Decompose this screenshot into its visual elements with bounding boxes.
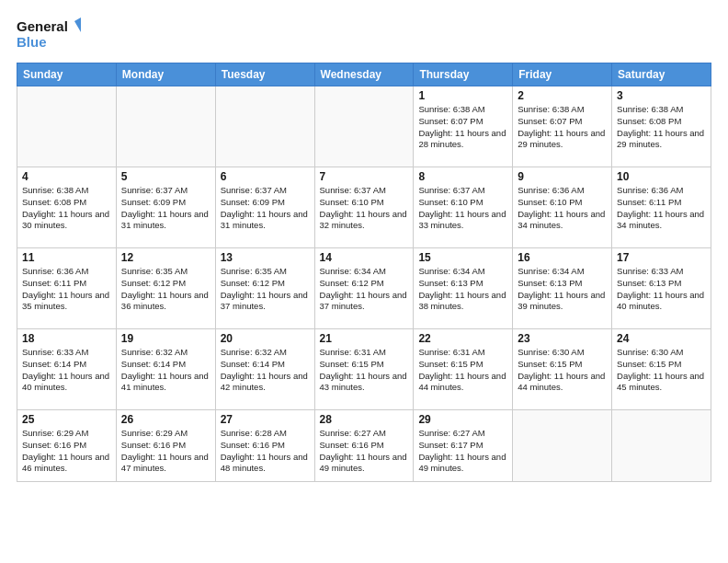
week-row-1: 1Sunrise: 6:38 AM Sunset: 6:07 PM Daylig…	[17, 86, 711, 167]
calendar-cell: 29Sunrise: 6:27 AM Sunset: 6:17 PM Dayli…	[414, 410, 513, 482]
day-number: 14	[320, 251, 409, 264]
calendar-cell: 2Sunrise: 6:38 AM Sunset: 6:07 PM Daylig…	[513, 86, 612, 167]
header: General Blue	[17, 17, 711, 55]
calendar-cell: 21Sunrise: 6:31 AM Sunset: 6:15 PM Dayli…	[314, 329, 414, 410]
day-info: Sunrise: 6:28 AM Sunset: 6:16 PM Dayligh…	[221, 428, 310, 475]
day-number: 13	[221, 251, 310, 264]
calendar-cell: 6Sunrise: 6:37 AM Sunset: 6:09 PM Daylig…	[215, 167, 314, 248]
day-number: 8	[418, 170, 507, 183]
weekday-header-friday: Friday	[513, 63, 612, 86]
day-number: 4	[22, 170, 111, 183]
day-info: Sunrise: 6:34 AM Sunset: 6:12 PM Dayligh…	[320, 266, 409, 313]
calendar-cell: 3Sunrise: 6:38 AM Sunset: 6:08 PM Daylig…	[612, 86, 711, 167]
day-info: Sunrise: 6:29 AM Sunset: 6:16 PM Dayligh…	[121, 428, 210, 475]
day-info: Sunrise: 6:35 AM Sunset: 6:12 PM Dayligh…	[121, 266, 210, 313]
day-number: 11	[22, 251, 111, 264]
day-info: Sunrise: 6:38 AM Sunset: 6:07 PM Dayligh…	[418, 104, 507, 151]
calendar-cell: 25Sunrise: 6:29 AM Sunset: 6:16 PM Dayli…	[17, 410, 117, 482]
day-number: 6	[221, 170, 310, 183]
calendar-cell: 9Sunrise: 6:36 AM Sunset: 6:10 PM Daylig…	[513, 167, 612, 248]
calendar-cell: 23Sunrise: 6:30 AM Sunset: 6:15 PM Dayli…	[513, 329, 612, 410]
day-info: Sunrise: 6:33 AM Sunset: 6:13 PM Dayligh…	[617, 266, 706, 313]
day-info: Sunrise: 6:32 AM Sunset: 6:14 PM Dayligh…	[121, 347, 210, 394]
calendar-cell: 7Sunrise: 6:37 AM Sunset: 6:10 PM Daylig…	[314, 167, 414, 248]
calendar-cell: 13Sunrise: 6:35 AM Sunset: 6:12 PM Dayli…	[215, 248, 314, 329]
day-number: 21	[320, 332, 409, 345]
day-info: Sunrise: 6:37 AM Sunset: 6:10 PM Dayligh…	[320, 185, 409, 232]
day-number: 28	[320, 413, 409, 426]
weekday-header-thursday: Thursday	[414, 63, 513, 86]
day-info: Sunrise: 6:37 AM Sunset: 6:09 PM Dayligh…	[121, 185, 210, 232]
calendar-cell: 26Sunrise: 6:29 AM Sunset: 6:16 PM Dayli…	[116, 410, 215, 482]
calendar-cell: 10Sunrise: 6:36 AM Sunset: 6:11 PM Dayli…	[612, 167, 711, 248]
day-info: Sunrise: 6:36 AM Sunset: 6:11 PM Dayligh…	[22, 266, 111, 313]
calendar-cell	[314, 86, 414, 167]
day-info: Sunrise: 6:29 AM Sunset: 6:16 PM Dayligh…	[22, 428, 111, 475]
calendar-cell: 24Sunrise: 6:30 AM Sunset: 6:15 PM Dayli…	[612, 329, 711, 410]
day-info: Sunrise: 6:27 AM Sunset: 6:16 PM Dayligh…	[320, 428, 409, 475]
calendar-cell: 17Sunrise: 6:33 AM Sunset: 6:13 PM Dayli…	[612, 248, 711, 329]
calendar-cell: 22Sunrise: 6:31 AM Sunset: 6:15 PM Dayli…	[414, 329, 513, 410]
calendar-cell: 27Sunrise: 6:28 AM Sunset: 6:16 PM Dayli…	[215, 410, 314, 482]
day-number: 15	[418, 251, 507, 264]
page: General Blue SundayMondayTuesdayWednesda…	[0, 0, 728, 563]
calendar-cell	[17, 86, 117, 167]
calendar-cell: 1Sunrise: 6:38 AM Sunset: 6:07 PM Daylig…	[414, 86, 513, 167]
day-info: Sunrise: 6:36 AM Sunset: 6:11 PM Dayligh…	[617, 185, 706, 232]
calendar-cell: 19Sunrise: 6:32 AM Sunset: 6:14 PM Dayli…	[116, 329, 215, 410]
svg-text:Blue: Blue	[17, 34, 47, 50]
day-info: Sunrise: 6:32 AM Sunset: 6:14 PM Dayligh…	[221, 347, 310, 394]
day-number: 19	[121, 332, 210, 345]
weekday-header-monday: Monday	[116, 63, 215, 86]
day-number: 17	[617, 251, 706, 264]
calendar-cell	[513, 410, 612, 482]
day-info: Sunrise: 6:37 AM Sunset: 6:09 PM Dayligh…	[221, 185, 310, 232]
calendar-cell: 20Sunrise: 6:32 AM Sunset: 6:14 PM Dayli…	[215, 329, 314, 410]
calendar-cell: 16Sunrise: 6:34 AM Sunset: 6:13 PM Dayli…	[513, 248, 612, 329]
day-info: Sunrise: 6:38 AM Sunset: 6:08 PM Dayligh…	[617, 104, 706, 151]
day-info: Sunrise: 6:31 AM Sunset: 6:15 PM Dayligh…	[320, 347, 409, 394]
day-number: 26	[121, 413, 210, 426]
day-number: 24	[617, 332, 706, 345]
day-number: 7	[320, 170, 409, 183]
calendar-cell: 8Sunrise: 6:37 AM Sunset: 6:10 PM Daylig…	[414, 167, 513, 248]
day-number: 2	[518, 89, 607, 102]
weekday-header-saturday: Saturday	[612, 63, 711, 86]
svg-marker-2	[74, 17, 81, 32]
day-number: 16	[518, 251, 607, 264]
weekday-header-tuesday: Tuesday	[215, 63, 314, 86]
day-number: 5	[121, 170, 210, 183]
day-info: Sunrise: 6:30 AM Sunset: 6:15 PM Dayligh…	[518, 347, 607, 394]
day-number: 22	[418, 332, 507, 345]
logo-svg: General Blue	[17, 17, 81, 55]
calendar-cell: 14Sunrise: 6:34 AM Sunset: 6:12 PM Dayli…	[314, 248, 414, 329]
day-info: Sunrise: 6:31 AM Sunset: 6:15 PM Dayligh…	[418, 347, 507, 394]
day-info: Sunrise: 6:27 AM Sunset: 6:17 PM Dayligh…	[418, 428, 507, 475]
day-number: 18	[22, 332, 111, 345]
day-info: Sunrise: 6:33 AM Sunset: 6:14 PM Dayligh…	[22, 347, 111, 394]
day-number: 29	[418, 413, 507, 426]
logo: General Blue	[17, 17, 81, 55]
day-info: Sunrise: 6:37 AM Sunset: 6:10 PM Dayligh…	[418, 185, 507, 232]
day-info: Sunrise: 6:35 AM Sunset: 6:12 PM Dayligh…	[221, 266, 310, 313]
day-info: Sunrise: 6:30 AM Sunset: 6:15 PM Dayligh…	[617, 347, 706, 394]
svg-text:General: General	[17, 18, 68, 34]
calendar-cell	[612, 410, 711, 482]
day-number: 27	[221, 413, 310, 426]
weekday-header-wednesday: Wednesday	[314, 63, 414, 86]
week-row-2: 4Sunrise: 6:38 AM Sunset: 6:08 PM Daylig…	[17, 167, 711, 248]
day-number: 20	[221, 332, 310, 345]
week-row-3: 11Sunrise: 6:36 AM Sunset: 6:11 PM Dayli…	[17, 248, 711, 329]
day-info: Sunrise: 6:34 AM Sunset: 6:13 PM Dayligh…	[418, 266, 507, 313]
calendar-cell: 18Sunrise: 6:33 AM Sunset: 6:14 PM Dayli…	[17, 329, 117, 410]
calendar-cell: 28Sunrise: 6:27 AM Sunset: 6:16 PM Dayli…	[314, 410, 414, 482]
week-row-5: 25Sunrise: 6:29 AM Sunset: 6:16 PM Dayli…	[17, 410, 711, 482]
calendar: SundayMondayTuesdayWednesdayThursdayFrid…	[17, 63, 711, 482]
day-info: Sunrise: 6:34 AM Sunset: 6:13 PM Dayligh…	[518, 266, 607, 313]
day-number: 3	[617, 89, 706, 102]
day-info: Sunrise: 6:36 AM Sunset: 6:10 PM Dayligh…	[518, 185, 607, 232]
day-info: Sunrise: 6:38 AM Sunset: 6:08 PM Dayligh…	[22, 185, 111, 232]
day-info: Sunrise: 6:38 AM Sunset: 6:07 PM Dayligh…	[518, 104, 607, 151]
calendar-cell: 4Sunrise: 6:38 AM Sunset: 6:08 PM Daylig…	[17, 167, 117, 248]
calendar-cell: 15Sunrise: 6:34 AM Sunset: 6:13 PM Dayli…	[414, 248, 513, 329]
